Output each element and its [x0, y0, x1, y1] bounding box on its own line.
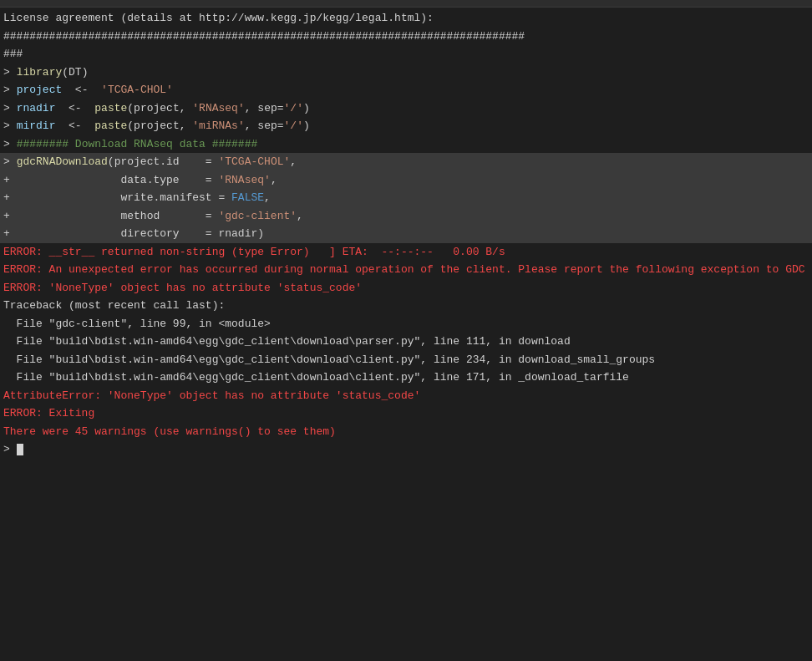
- console-line: > project <- 'TCGA-CHOL': [0, 81, 812, 99]
- console-line: > gdcRNADownload(project.id = 'TCGA-CHOL…: [0, 153, 812, 171]
- console-line: > library(DT): [0, 64, 812, 82]
- console-line: + method = 'gdc-client',: [0, 207, 812, 226]
- console-line: File "build\bdist.win-amd64\egg\gdc_clie…: [0, 351, 812, 369]
- console-output: License agreement (details at http://www…: [0, 9, 812, 459]
- console-line: Traceback (most recent call last):: [0, 297, 812, 315]
- console-line: ########################################…: [0, 28, 812, 46]
- console-line: ERROR: 'NoneType' object has no attribut…: [0, 279, 812, 297]
- console-line: > ######## Download RNAseq data #######: [0, 135, 812, 154]
- console-line: AttributeError: 'NoneType' object has no…: [0, 387, 812, 405]
- console-line: File "build\bdist.win-amd64\egg\gdc_clie…: [0, 369, 812, 387]
- console-line: >: [0, 440, 812, 459]
- console-area: License agreement (details at http://www…: [0, 8, 812, 647]
- console-line: + data.type = 'RNAseq',: [0, 171, 812, 190]
- console-line: ERROR: An unexpected error has occurred …: [0, 261, 812, 279]
- console-line: + write.manifest = FALSE,: [0, 189, 812, 207]
- console-line: ERROR: Exiting: [0, 404, 812, 423]
- console-line: ###: [0, 45, 812, 64]
- console-line: There were 45 warnings (use warnings() t…: [0, 423, 812, 441]
- console-line: File "build\bdist.win-amd64\egg\gdc_clie…: [0, 333, 812, 351]
- console-line: > rnadir <- paste(project, 'RNAseq', sep…: [0, 99, 812, 118]
- console-line: File "gdc-client", line 99, in <module>: [0, 315, 812, 333]
- console-line: ERROR: __str__ returned non-string (type…: [0, 243, 812, 262]
- console-line: License agreement (details at http://www…: [0, 9, 812, 28]
- console-line: > mirdir <- paste(project, 'miRNAs', sep…: [0, 117, 812, 135]
- title-bar: [0, 0, 812, 8]
- console-line: + directory = rnadir): [0, 225, 812, 243]
